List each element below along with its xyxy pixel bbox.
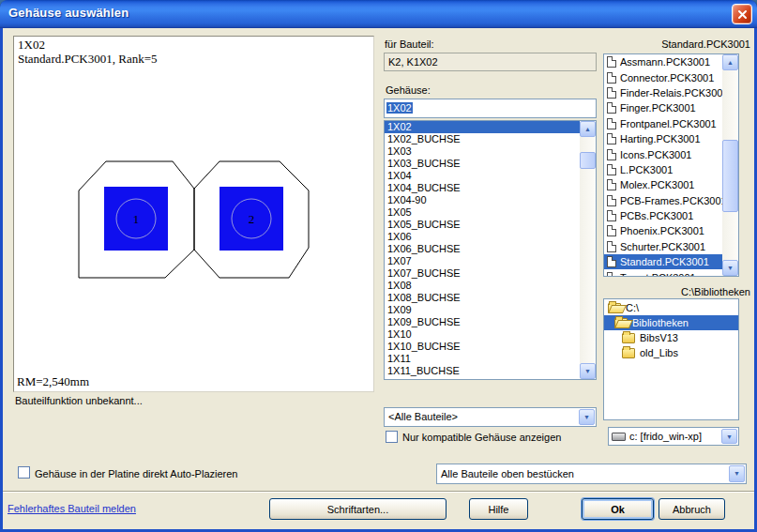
library-file-item[interactable]: Icons.PCK3001: [604, 146, 722, 161]
scrollbar[interactable]: ▲ ▼: [722, 54, 738, 276]
directory-name: Bibliotheken: [632, 317, 689, 328]
library-file-item[interactable]: Connector.PCK3001: [604, 69, 722, 84]
autoplace-checkbox[interactable]: [18, 466, 30, 479]
library-file-item[interactable]: Finger.PCK3001: [604, 100, 722, 115]
package-list-item[interactable]: 1X10: [385, 328, 580, 341]
package-name: 1X04: [387, 170, 412, 181]
package-name: 1X10_BUCHSE: [387, 341, 461, 352]
package-list-item[interactable]: 1X05_BUCHSE: [385, 219, 580, 231]
directory-name: C:\: [626, 302, 639, 313]
folder-icon: [614, 318, 628, 328]
fonts-button[interactable]: Schriftarten...: [269, 498, 447, 520]
scrollbar[interactable]: ▲ ▼: [580, 121, 596, 379]
package-list-item[interactable]: 1X03: [385, 145, 580, 158]
folder-icon: [622, 333, 635, 343]
directory-item[interactable]: Bibliotheken: [604, 315, 738, 330]
package-list-item[interactable]: 1X05: [385, 206, 580, 219]
document-icon: [607, 241, 616, 252]
package-list-item[interactable]: 1X08_BUCHSE: [385, 292, 580, 304]
document-icon: [607, 149, 616, 160]
package-list-item[interactable]: 1X06_BUCHSE: [385, 243, 580, 255]
library-file-item[interactable]: Finder-Relais.PCK3001: [604, 85, 722, 100]
help-button[interactable]: Hilfe: [469, 498, 528, 520]
package-list-item[interactable]: 1X11_BUCHSE: [385, 365, 580, 377]
package-name: 1X09_BUCHSE: [387, 316, 461, 327]
package-listbox[interactable]: 1X02 1X02_BUCHSE 1X03 1X03_BUCHSE 1X04 1…: [384, 120, 597, 380]
library-file-item[interactable]: Molex.PCK3001: [604, 177, 722, 192]
library-file-name: PCBs.PCK3001: [620, 210, 693, 221]
title-bar[interactable]: Gehäuse auswählen: [0, 0, 757, 28]
document-icon: [607, 179, 616, 190]
package-list-item[interactable]: 1X04: [385, 170, 580, 182]
package-list-item[interactable]: 1X07_BUCHSE: [385, 267, 580, 280]
package-list-item[interactable]: 1X04-90: [385, 194, 580, 206]
document-icon: [607, 210, 616, 221]
package-list-item[interactable]: 1X02: [385, 121, 580, 133]
chevron-down-icon[interactable]: ▼: [729, 465, 745, 482]
scrollbar-thumb[interactable]: [722, 140, 738, 212]
current-library-label: Standard.PCK3001: [603, 38, 750, 50]
library-file-name: Finger.PCK3001: [620, 102, 696, 114]
close-button[interactable]: [732, 4, 752, 24]
scrollbar-thumb[interactable]: [580, 152, 596, 169]
chevron-down-icon[interactable]: ▼: [579, 409, 595, 425]
package-name: 1X06_BUCHSE: [387, 243, 461, 254]
mount-side-combo[interactable]: Alle Bauteile oben bestücken ▼: [436, 464, 747, 484]
scroll-up-icon[interactable]: ▲: [722, 54, 738, 70]
folder-icon: [622, 348, 635, 358]
document-icon: [607, 56, 616, 68]
part-filter-combo[interactable]: <Alle Bauteile> ▼: [384, 407, 597, 427]
directory-item[interactable]: old_Libs: [604, 345, 738, 360]
directory-tree-listbox[interactable]: C:\ Bibliotheken BibsV13 old_Libs: [603, 298, 739, 420]
library-file-item[interactable]: Standard.PCK3001: [604, 254, 722, 269]
package-name: 1X04-90: [387, 194, 427, 205]
report-faulty-part-link[interactable]: Fehlerhaftes Bauteil melden: [8, 503, 136, 514]
library-file-name: Standard.PCK3001: [620, 256, 709, 267]
package-list-item[interactable]: 1X04_BUCHSE: [385, 182, 580, 194]
library-file-item[interactable]: Phoenix.PCK3001: [604, 223, 722, 238]
directory-name: old_Libs: [640, 347, 678, 358]
divider: [3, 491, 754, 493]
package-list-item[interactable]: 1X07: [385, 255, 580, 267]
package-name: 1X07: [387, 255, 412, 266]
library-file-item[interactable]: Schurter.PCK3001: [604, 239, 722, 254]
scroll-down-icon[interactable]: ▼: [722, 260, 738, 276]
package-name: 1X05_BUCHSE: [387, 219, 461, 230]
library-file-item[interactable]: Harting.PCK3001: [604, 131, 722, 146]
library-file-name: Harting.PCK3001: [620, 133, 701, 144]
package-filter-input[interactable]: 1X02: [384, 99, 597, 118]
part-function-status: Bauteilfunktion unbekannt...: [15, 395, 143, 406]
directory-item[interactable]: C:\: [604, 300, 738, 315]
package-name: 1X03: [387, 145, 412, 157]
library-file-item[interactable]: Target.PCK3001: [604, 269, 722, 277]
library-file-item[interactable]: PCBs.PCK3001: [604, 208, 722, 223]
directory-item[interactable]: BibsV13: [604, 330, 738, 345]
package-list-item[interactable]: 1X11: [385, 353, 580, 365]
library-file-listbox[interactable]: Assmann.PCK3001 Connector.PCK3001 Finder…: [603, 53, 739, 277]
package-list-item[interactable]: 1X02_BUCHSE: [385, 133, 580, 145]
library-file-item[interactable]: L.PCK3001: [604, 162, 722, 177]
library-file-name: Schurter.PCK3001: [620, 241, 705, 252]
package-list-item[interactable]: 1X08: [385, 280, 580, 292]
document-icon: [607, 272, 616, 277]
package-list-item[interactable]: 1X10_BUCHSE: [385, 341, 580, 353]
drive-select-combo[interactable]: c: [frido_win-xp] ▼: [608, 427, 739, 446]
package-list-item[interactable]: 1X06: [385, 231, 580, 243]
library-file-item[interactable]: PCB-Frames.PCK3001: [604, 193, 722, 208]
library-file-item[interactable]: Assmann.PCK3001: [604, 54, 722, 69]
chevron-down-icon[interactable]: ▼: [721, 429, 737, 444]
package-list-item[interactable]: 1X03_BUCHSE: [385, 158, 580, 170]
part-filter-value: <Alle Bauteile>: [388, 411, 458, 422]
package-list-item[interactable]: 1X09_BUCHSE: [385, 316, 580, 328]
library-file-item[interactable]: Frontpanel.PCK3001: [604, 116, 722, 131]
scroll-down-icon[interactable]: ▼: [580, 363, 596, 379]
cancel-button[interactable]: Abbruch: [659, 498, 725, 520]
package-list-item[interactable]: 1X09: [385, 304, 580, 316]
scroll-up-icon[interactable]: ▲: [580, 121, 596, 137]
folder-icon: [608, 303, 621, 313]
ok-button[interactable]: Ok: [582, 498, 654, 520]
package-name: 1X03_BUCHSE: [387, 158, 461, 169]
pad2-number: 2: [249, 212, 255, 226]
document-icon: [607, 72, 616, 84]
compatible-only-checkbox[interactable]: [386, 431, 398, 443]
